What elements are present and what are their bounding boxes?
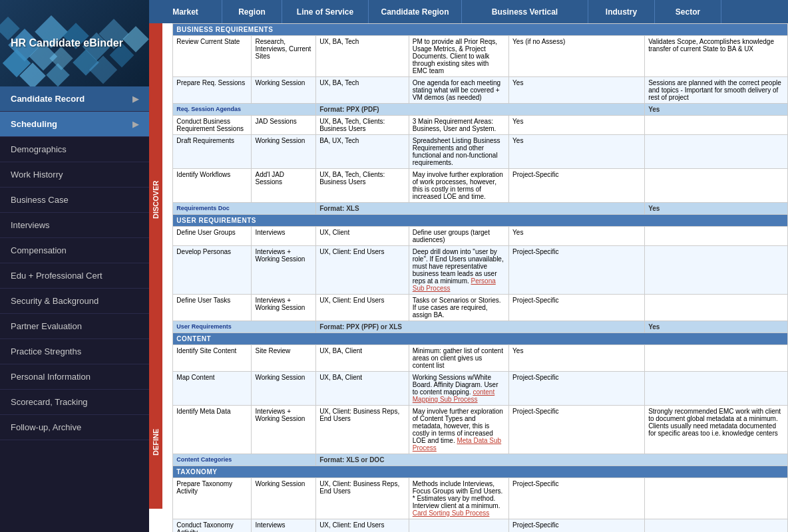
cell: One agenda for each meeting stating what… [409, 77, 508, 104]
format-row: Requirements Doc Format: XLS Yes [173, 203, 788, 215]
cell: BA, UX, Tech [316, 135, 409, 169]
cell: Deep drill down into "user by role". If … [409, 246, 508, 295]
sidebar-item-interviews[interactable]: Interviews [0, 213, 149, 238]
sidebar-item-label: Partner Evaluation [11, 321, 82, 331]
section-header-row: BUSINESS REQUIREMENTS [173, 24, 788, 36]
sidebar-item-edu-cert[interactable]: Edu + Professional Cert [0, 263, 149, 289]
sidebar-item-practice-strengths[interactable]: Practice Stregnths [0, 339, 149, 364]
format-row: Req. Session Agendas Format: PPX (PDF) Y… [173, 104, 788, 116]
cell: Yes (if no Assess) [509, 36, 645, 77]
user-req-header: USER REQUIREMENTS [173, 215, 788, 227]
sidebar-item-candidate-record[interactable]: Candidate Record▶ [0, 86, 149, 112]
sidebar-item-partner-evaluation[interactable]: Partner Evaluation [0, 314, 149, 339]
cell: PM to provide all Prior Reqs, Usage Metr… [409, 36, 508, 77]
card-sorting-link[interactable]: Card Sorting Sub Process [413, 509, 490, 517]
cell: Working Session [252, 77, 316, 104]
cell: Yes [509, 227, 645, 246]
cell [645, 519, 788, 533]
chevron-right-icon: ▶ [132, 94, 138, 104]
cell [645, 345, 788, 372]
cell: Draft Requirements [173, 135, 252, 169]
header-candidate-region: Candidate Region [369, 0, 462, 23]
cell: JAD Sessions [252, 116, 316, 135]
sidebar-item-scheduling[interactable]: Scheduling▶ [0, 112, 149, 137]
section-header-row: TAXONOMY [173, 466, 788, 478]
sidebar-header: HR Candidate eBinder [0, 0, 149, 86]
table-row: Define User Groups Interviews UX, Client… [173, 227, 788, 246]
cell [645, 135, 788, 169]
cell: May involve further exploration of work … [409, 169, 508, 203]
table-row: Review Current State Research, Interview… [173, 36, 788, 77]
cell: Yes [509, 135, 645, 169]
sidebar-item-personal-info[interactable]: Personal Information [0, 364, 149, 390]
cell: UX, Client [316, 227, 409, 246]
cell: UX, Client: End Users [316, 295, 409, 321]
cell: Project-Specific [509, 169, 645, 203]
sidebar-item-compensation[interactable]: Compensation [0, 238, 149, 263]
cell: Prepare Taxonomy Activity [173, 478, 252, 519]
cell: Interviews + Working Session [252, 246, 316, 295]
cell: UX, BA, Tech [316, 36, 409, 77]
header-los: Line of Service [282, 0, 369, 23]
sidebar-item-followup[interactable]: Follow-up, Archive [0, 415, 149, 440]
cell [645, 372, 788, 406]
cell [645, 478, 788, 519]
cell [645, 169, 788, 203]
meta-data-link[interactable]: Meta Data Sub Process [413, 437, 501, 452]
cell: Develop Personas [173, 246, 252, 295]
header-region: Region [222, 0, 282, 23]
cell: Strongly recommended EMC work with clien… [645, 406, 788, 454]
sidebar-item-label: Edu + Professional Cert [11, 271, 102, 281]
persona-link[interactable]: Persona Sub Process [413, 277, 496, 292]
chevron-right-icon: ▶ [132, 120, 138, 129]
sidebar-item-label: Business Case [11, 195, 69, 205]
sidebar-item-security-background[interactable]: Security & Background [0, 289, 149, 314]
cell: Define User Groups [173, 227, 252, 246]
header-sector: Sector [655, 0, 721, 23]
cell: Site Review [252, 345, 316, 372]
cell: Define user groups (target audiences) [409, 227, 508, 246]
cell: Yes [509, 116, 645, 135]
section-header-row: CONTENT [173, 333, 788, 345]
table-row: Draft Requirements Working Session BA, U… [173, 135, 788, 169]
sidebar-item-work-history[interactable]: Work Historry [0, 162, 149, 188]
cell: Identify Workflows [173, 169, 252, 203]
cell: Project-Specific [509, 406, 645, 454]
sidebar-item-scorecard[interactable]: Scorecard, Tracking [0, 390, 149, 415]
sidebar-item-demographics[interactable]: Demographics [0, 137, 149, 162]
cell: Requirements Doc [173, 203, 316, 215]
cell: Working Session [252, 372, 316, 406]
discover-label: DISCOVER [149, 23, 162, 376]
cell: 3 Main Requirement Areas: Business, User… [409, 116, 508, 135]
cell: Minimum: gather list of content areas on… [409, 345, 508, 372]
sidebar-item-label: Interviews [11, 220, 50, 230]
cell: Interviews + Working Session [252, 295, 316, 321]
cell: UX, BA, Tech, Clients: Business Users [316, 116, 409, 135]
cell: Research, Interviews, Current Sites [252, 36, 316, 77]
content-mapping-link[interactable]: content Mapping Sub Process [413, 388, 494, 403]
cell: Content Categories [173, 454, 316, 466]
table-row: Prepare Req. Sessions Working Session UX… [173, 77, 788, 104]
sidebar-item-label: Security & Background [11, 296, 98, 306]
table-row: Identify Site Content Site Review UX, BA… [173, 345, 788, 372]
table-row: Conduct Business Requirement Sessions JA… [173, 116, 788, 135]
cell: Yes [645, 321, 788, 333]
cell: UX, Client: End Users [316, 246, 409, 295]
cell: UX, Client: Business Reps, End Users [316, 478, 409, 519]
cell: Project-Specific [509, 519, 645, 533]
main-content: Market Region Line of Service Candidate … [149, 0, 788, 532]
table-row: Define User Tasks Interviews + Working S… [173, 295, 788, 321]
biz-req-header: BUSINESS REQUIREMENTS [173, 24, 788, 36]
cell: Add'l JAD Sessions [252, 169, 316, 203]
cell [645, 116, 788, 135]
cell: UX, BA, Client [316, 372, 409, 406]
table-row: Develop Personas Interviews + Working Se… [173, 246, 788, 295]
cell: Project-Specific [509, 295, 645, 321]
cell: Project-Specific [509, 478, 645, 519]
cell: UX, BA, Client [316, 345, 409, 372]
format-row: User Requirements Format: PPX (PPF) or X… [173, 321, 788, 333]
cell: Validates Scope, Accomplishes knowledge … [645, 36, 788, 77]
header-industry: Industry [588, 0, 655, 23]
sidebar-item-business-case[interactable]: Business Case [0, 188, 149, 213]
sidebar-item-label: Demographics [11, 144, 67, 154]
